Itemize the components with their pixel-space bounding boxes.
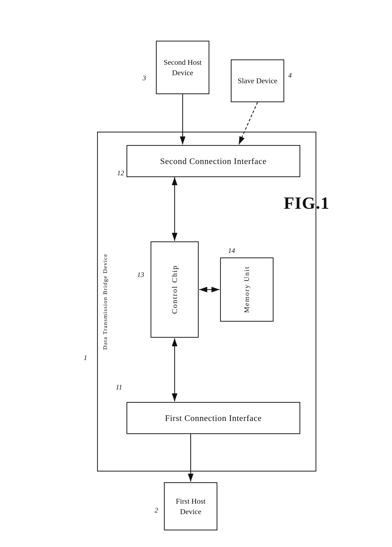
slave-device-label: Slave Device: [238, 75, 278, 86]
control-chip-box: Control Chip: [151, 241, 199, 338]
memory-unit-box: Memory Unit: [220, 257, 274, 322]
bridge-device-label: Data Transmission Bridge Device: [98, 132, 112, 472]
first-host-device-label: First Host Device: [165, 496, 217, 517]
second-connection-interface-label: Second Connection Interface: [160, 156, 267, 166]
ref-2: 2: [155, 506, 158, 514]
second-connection-interface-box: Second Connection Interface: [126, 145, 300, 177]
first-connection-interface-box: First Connection Interface: [126, 402, 300, 434]
ref-1: 1: [84, 354, 87, 362]
ref-3: 3: [143, 74, 146, 82]
figure-label-container: FIG.1: [284, 193, 330, 213]
first-host-device-box: First Host Device: [164, 482, 217, 530]
control-chip-label: Control Chip: [170, 265, 179, 314]
memory-unit-label: Memory Unit: [243, 266, 251, 313]
ref-14: 14: [228, 247, 235, 255]
ref-4: 4: [288, 71, 292, 79]
ref-13: 13: [137, 271, 144, 279]
second-host-device-box: Second Host Device: [156, 41, 209, 94]
ref-12: 12: [117, 169, 124, 177]
ref-11: 11: [116, 383, 122, 391]
second-host-device-label: Second Host Device: [157, 57, 209, 78]
first-connection-interface-label: First Connection Interface: [165, 413, 262, 423]
slave-device-box: Slave Device: [231, 59, 284, 102]
figure-label: FIG.1: [284, 193, 330, 213]
